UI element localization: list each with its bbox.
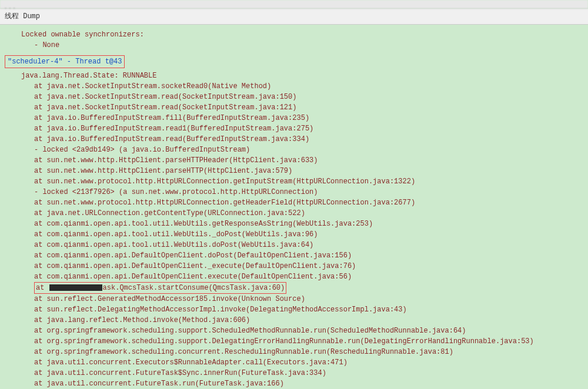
- redacted-text: [49, 284, 102, 291]
- tab-title: 线程 Dump: [5, 12, 40, 21]
- dump-content: Locked ownable synchronizers: - None "sc…: [0, 25, 588, 389]
- thread-header: "scheduler-4" - Thread t@43: [5, 55, 125, 68]
- none-text: - None: [0, 40, 588, 51]
- thread-dash: -: [63, 58, 76, 66]
- stack-trace-line: at java.net.URLConnection.getContentType…: [0, 208, 588, 219]
- stack-trace-line: at java.net.SocketInputStream.read(Socke…: [0, 92, 588, 102]
- stack-trace-block-1: at java.net.SocketInputStream.socketRead…: [0, 81, 588, 282]
- top-bar-text: ...: [4, 3, 16, 11]
- state-value: RUNNABLE: [123, 72, 157, 80]
- stack-trace-line: at java.util.concurrent.FutureTask$Sync.…: [0, 368, 588, 378]
- stack-trace-line: at com.qianmi.open.api.tool.util.WebUtil…: [0, 240, 588, 250]
- stack-trace-line: at org.springframework.scheduling.suppor…: [0, 326, 588, 336]
- stack-trace-line: at java.io.BufferedInputStream.fill(Buff…: [0, 113, 588, 123]
- top-bar: ...: [0, 0, 588, 9]
- stack-trace-line: at java.net.SocketInputStream.read(Socke…: [0, 102, 588, 113]
- stack-trace-line: at sun.net.www.protocol.http.HttpURLConn…: [0, 197, 588, 208]
- highlighted-stack-line: at ask.QmcsTask.startConsume(QmcsTask.ja…: [0, 282, 588, 294]
- stack-trace-block-2: at sun.reflect.GeneratedMethodAccessor18…: [0, 294, 588, 389]
- stack-trace-line: at java.util.concurrent.Executors$Runnab…: [0, 357, 588, 368]
- state-prefix: java.lang.Thread.State:: [21, 72, 123, 80]
- stack-trace-line: at com.qianmi.open.api.DefaultOpenClient…: [0, 271, 588, 282]
- stack-trace-line: at sun.net.www.http.HttpClient.parseHTTP…: [0, 155, 588, 166]
- thread-name: "scheduler-4": [8, 58, 63, 66]
- stack-trace-line: at sun.reflect.DelegatingMethodAccessorI…: [0, 304, 588, 315]
- stack-trace-line: at java.lang.reflect.Method.invoke(Metho…: [0, 315, 588, 326]
- stack-trace-line: at org.springframework.scheduling.concur…: [0, 347, 588, 357]
- stack-trace-line: at com.qianmi.open.api.DefaultOpenClient…: [0, 250, 588, 261]
- locked-ownable-text: Locked ownable synchronizers:: [0, 29, 588, 40]
- stack-trace-line: at java.net.SocketInputStream.socketRead…: [0, 81, 588, 92]
- stack-trace-line: at com.qianmi.open.api.tool.util.WebUtil…: [0, 219, 588, 229]
- thread-state-line: java.lang.Thread.State: RUNNABLE: [0, 71, 588, 81]
- stack-trace-line: at sun.reflect.GeneratedMethodAccessor18…: [0, 294, 588, 304]
- highlighted-suffix: ask.QmcsTask.startConsume(QmcsTask.java:…: [103, 284, 285, 292]
- stack-trace-line: at com.qianmi.open.api.tool.util.WebUtil…: [0, 229, 588, 240]
- stack-trace-line: - locked <2a9db149> (a java.io.BufferedI…: [0, 145, 588, 155]
- stack-trace-line: at sun.net.www.protocol.http.HttpURLConn…: [0, 176, 588, 187]
- stack-trace-line: at com.qianmi.open.api.DefaultOpenClient…: [0, 261, 588, 271]
- thread-header-container: "scheduler-4" - Thread t@43: [0, 51, 588, 71]
- stack-trace-line: at org.springframework.scheduling.suppor…: [0, 336, 588, 347]
- stack-trace-line: at java.io.BufferedInputStream.read1(Buf…: [0, 123, 588, 134]
- tab-bar: 线程 Dump: [0, 9, 588, 25]
- thread-tid: Thread t@43: [75, 58, 122, 66]
- stack-trace-line: at java.util.concurrent.FutureTask.run(F…: [0, 378, 588, 389]
- highlighted-prefix: at: [36, 284, 49, 292]
- stack-trace-line: at sun.net.www.http.HttpClient.parseHTTP…: [0, 166, 588, 176]
- highlighted-stack-box: at ask.QmcsTask.startConsume(QmcsTask.ja…: [34, 282, 286, 294]
- stack-trace-line: at java.io.BufferedInputStream.read(Buff…: [0, 134, 588, 145]
- stack-trace-line: - locked <213f7926> (a sun.net.www.proto…: [0, 187, 588, 197]
